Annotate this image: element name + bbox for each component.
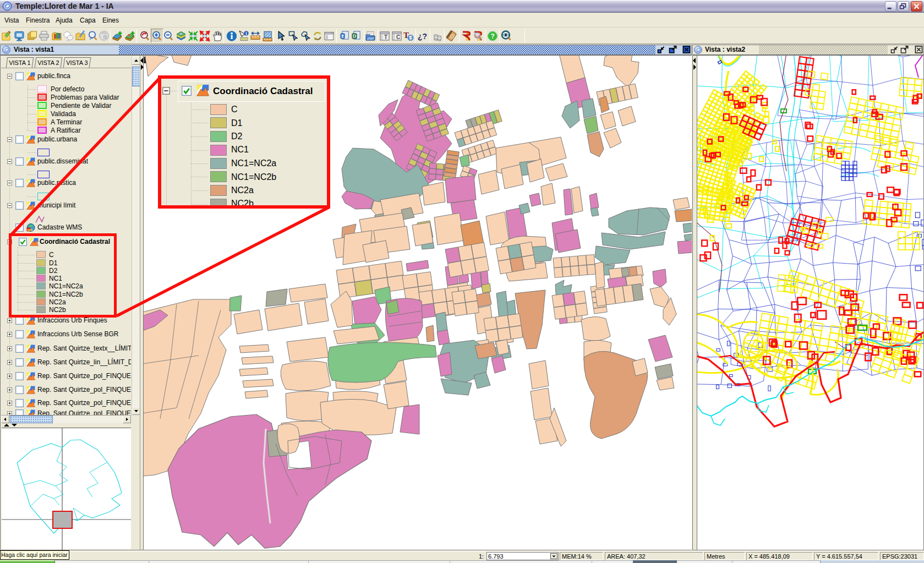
svg-text:C: C xyxy=(396,34,400,40)
svg-text:¿?: ¿? xyxy=(418,32,427,41)
svg-text:?: ? xyxy=(491,32,495,40)
svg-text:T: T xyxy=(384,34,387,40)
svg-text:WS: WS xyxy=(28,228,33,232)
